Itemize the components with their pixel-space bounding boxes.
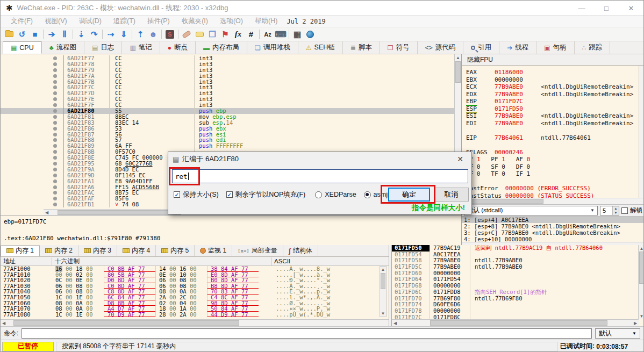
tab-内存 4[interactable]: 内存 4 (117, 245, 156, 256)
stack-row[interactable]: 0171FD6000000000 (392, 270, 644, 277)
stack-row[interactable]: 0171FD6C0171FDD8指向SEH_Record[1]的指针 (392, 289, 644, 296)
register-row[interactable] (466, 178, 644, 185)
argument-row[interactable]: 2: [esp+8] 77B9ABE0 <ntdll.DbgUiRemoteBr… (462, 223, 644, 229)
disasm-row[interactable]: 6AD21F8653push ebx (1, 126, 455, 132)
stack-vscrollbar[interactable]: ▲ ▼ (638, 245, 644, 319)
tab-内存 5[interactable]: 内存 5 (156, 245, 195, 256)
preferences-globe-icon[interactable] (304, 29, 317, 40)
menu-item[interactable]: 选项(O) (214, 17, 249, 26)
register-row[interactable]: EIP 77B64061 ntdll.77B64061 (466, 134, 644, 142)
keep-size-checkbox[interactable]: ✓保持大小(S) (174, 190, 219, 199)
register-row[interactable]: EDX 77B9ABE0 <ntdll.DbgUiRemoteBreakin> (466, 91, 644, 98)
argument-row[interactable]: 1: [esp+4] A0C17EEA (462, 217, 644, 223)
register-row[interactable]: LastError 00000000 (ERROR_SUCCESS) (466, 185, 644, 192)
tab-监视 1[interactable]: 监视 1 (195, 245, 232, 256)
stack-row[interactable]: 0171FD5077B9AC19返回到 ntdll.77B9AC19 自 ntd… (392, 245, 644, 252)
register-row[interactable]: ESI 77B9ABE0 <ntdll.DbgUiRemoteBreakin> (466, 112, 644, 120)
hash-icon[interactable]: # (245, 29, 257, 40)
tab-脚本[interactable]: ≣脚本 (343, 41, 380, 54)
run-icon[interactable]: ➔ (45, 29, 58, 40)
maximize-button[interactable]: □ (594, 1, 619, 16)
run-to-selection-icon[interactable]: ⇢ (104, 29, 117, 40)
xedparse-radio[interactable]: XEDParse (315, 191, 356, 198)
tab-符号[interactable]: ❒符号 (380, 41, 418, 54)
tab-笔记[interactable]: ▥笔记 (122, 41, 160, 54)
tab-内存布局[interactable]: ▬内存布局 (196, 41, 247, 54)
memory-hscrollbar[interactable]: ◀ (1, 319, 389, 326)
register-row[interactable]: ESP 0171FD50 (466, 105, 644, 113)
register-row[interactable]: OF 0 SF 0 DF 0 (466, 163, 644, 171)
fill-nop-checkbox[interactable]: ✓剩余字节以NOP填充(F) (226, 190, 306, 199)
menu-item[interactable]: 视图(V) (39, 17, 73, 26)
restart-icon[interactable]: ↺ (16, 29, 28, 40)
tab-断点[interactable]: ●断点 (160, 41, 196, 54)
tab-SEH链[interactable]: ⚠SEH链 (298, 41, 343, 54)
assembler-icon[interactable]: ⌨ (274, 29, 287, 40)
memory-row[interactable]: 77AF10801C 00 1E 0070 D9 AF 7728 00 2A 0… (1, 312, 379, 318)
strings-icon[interactable]: S (163, 29, 176, 40)
tab-日志[interactable]: ▤日志 (84, 41, 122, 54)
calling-convention-select[interactable]: 默认 (stdcall)▼ (464, 206, 598, 215)
argument-count-spinner[interactable]: 5 ▲▼ (600, 206, 619, 215)
unlock-checkbox[interactable]: 解锁 (621, 206, 642, 214)
dialog-close-icon[interactable]: ✕ (453, 155, 467, 163)
command-input[interactable] (22, 328, 592, 339)
cancel-button[interactable]: 取消 (434, 188, 469, 202)
tab-内存 1[interactable]: 内存 1 (1, 245, 40, 256)
register-row[interactable]: LastStatus 00000000 (STATUS_SUCCESS) (466, 192, 644, 198)
minimize-button[interactable]: — (569, 1, 594, 16)
register-row[interactable]: ZF 1 PF 1 AF 0 (466, 156, 644, 163)
tab-局部变量[interactable]: [x=]局部变量 (232, 245, 283, 256)
tab-线程[interactable]: ➔线程 (499, 41, 536, 54)
stop-debug-icon[interactable]: ■ (28, 29, 41, 40)
tab-内存 3[interactable]: 内存 3 (78, 245, 117, 256)
hide-fpu-button[interactable]: 隐藏FPU (462, 54, 644, 66)
register-row[interactable]: EDI 77B9ABE0 <ntdll.DbgUiRemoteBreakin> (466, 120, 644, 127)
register-row[interactable]: EBP 0171FD7C (466, 98, 644, 105)
step-out-icon[interactable]: ⇓ (117, 29, 130, 40)
step-over-icon[interactable]: ↷ (88, 29, 101, 40)
register-row[interactable] (466, 141, 644, 149)
stack-row[interactable]: 0171FD5C77B9ABE0ntdll.77B9ABE0 (392, 264, 644, 270)
register-row[interactable]: EFLAGS 00000246 (466, 149, 644, 156)
stack-row[interactable]: 0171FD640171FD54 (392, 276, 644, 283)
menu-item[interactable]: 帮助(H) (249, 17, 283, 26)
register-row[interactable] (466, 127, 644, 134)
register-row[interactable]: EAX 01186000 (466, 69, 644, 76)
tab-流程图[interactable]: ♣流程图 (42, 41, 84, 54)
stack-row[interactable]: 0171FD7077B69F80ntdll.77B69F80 (392, 296, 644, 302)
close-button[interactable]: ✕ (619, 1, 643, 16)
bookmarks-icon[interactable]: ⚑ (219, 29, 232, 40)
command-preset-select[interactable]: 默认▼ (595, 328, 640, 339)
stack-row[interactable]: 0171FD74D60FE6D6 (392, 301, 644, 308)
tab-源代码[interactable]: <>源代码 (418, 41, 464, 54)
menu-item[interactable]: 收藏夹(I) (176, 17, 214, 26)
functions-icon[interactable]: fx (232, 29, 245, 40)
register-row[interactable]: ECX 77B9ABE0 <ntdll.DbgUiRemoteBreakin> (466, 83, 644, 91)
pause-icon[interactable]: Ⅱ (58, 29, 71, 40)
registers-vscrollbar[interactable] (639, 66, 644, 198)
menu-item[interactable]: 文件(F) (5, 17, 39, 26)
stack-panel[interactable]: 0171FD5077B9AC19返回到 ntdll.77B9AC19 自 ntd… (391, 245, 644, 326)
run-to-user-code-icon[interactable]: ☻ (147, 29, 160, 40)
tab-调用堆栈[interactable]: ❏调用堆栈 (247, 41, 298, 54)
tab-结构体[interactable]: ʃ结构体 (283, 245, 318, 256)
tab-CPU[interactable]: ▦CPU (3, 41, 42, 54)
step-into-icon[interactable]: ⇣ (75, 29, 88, 40)
stack-hscrollbar[interactable]: ◀ ▶ (392, 319, 639, 326)
dialog-title-bar[interactable]: ▤ 汇编于 6AD21F80 ✕ (168, 152, 471, 166)
tab-句柄[interactable]: ▣句柄 (536, 41, 574, 54)
tab-引用[interactable]: 引用 (463, 41, 499, 54)
argument-row[interactable]: 3: [esp+C] 77B9ABE0 <ntdll.DbgUiRemoteBr… (462, 229, 644, 236)
execute-till-return-icon[interactable]: ⇡ (134, 29, 147, 40)
menu-item[interactable]: 调试(D) (73, 17, 108, 26)
disasm-row[interactable]: 6AD21F7ACCint3 (1, 73, 455, 79)
open-file-icon[interactable] (3, 29, 16, 40)
case-icon[interactable]: Az (261, 29, 274, 40)
calculator-icon[interactable]: ▦ (291, 29, 304, 40)
tab-内存 2[interactable]: 内存 2 (40, 245, 78, 256)
assemble-instruction-input[interactable]: ret (172, 169, 468, 183)
register-row[interactable]: EBX 00000000 (466, 76, 644, 84)
labels-icon[interactable]: ❐ (206, 29, 219, 40)
memory-vscrollbar[interactable]: ▲ ▼ (380, 266, 387, 317)
